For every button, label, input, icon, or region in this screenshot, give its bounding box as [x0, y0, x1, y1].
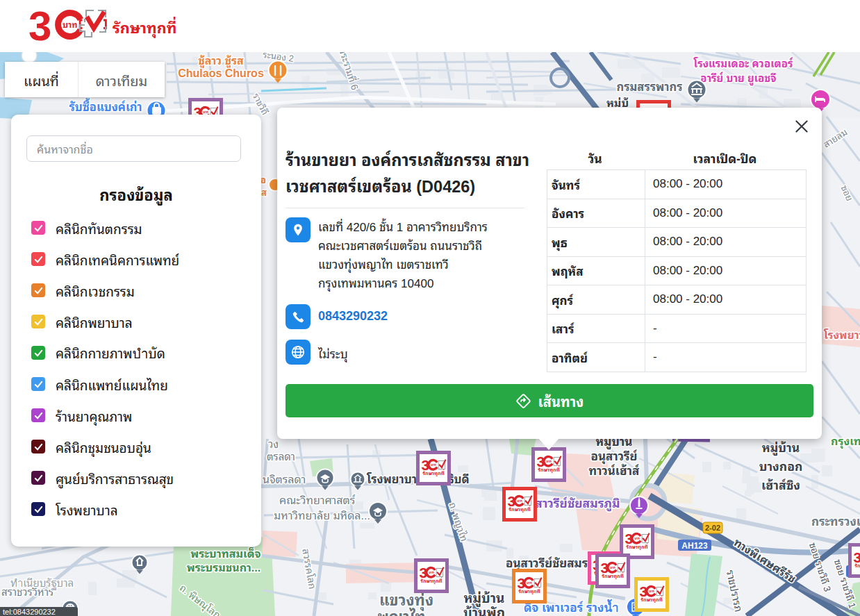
- svg-text:วง: วง: [268, 438, 279, 450]
- svg-text:บาท: บาท: [527, 581, 532, 585]
- svg-text:รักษาทุกที่: รักษาทุกที่: [854, 561, 860, 569]
- svg-text:บาท: บาท: [634, 537, 640, 540]
- svg-text:พระบาทสมเด็จ: พระบาทสมเด็จ: [190, 547, 261, 560]
- svg-text:พระบรมชนกา...: พระบรมชนกา...: [187, 562, 261, 574]
- svg-text:บาท: บาท: [517, 499, 522, 503]
- svg-text:บาท: บาท: [431, 463, 436, 467]
- svg-text:สาวรีย์ชัยสมรภูมิ: สาวรีย์ชัยสมรภูมิ: [535, 497, 620, 512]
- svg-text:ทาวน์เฮ้าส์: ทาวน์เฮ้าส์: [589, 464, 640, 478]
- svg-text:บาท: บาท: [546, 460, 552, 463]
- svg-text:บาท: บาท: [649, 590, 654, 593]
- svg-text:รักษาทุกที่: รักษาทุกที่: [422, 469, 444, 477]
- svg-text:คณะวิทยาศาสตร์: คณะวิทยาศาสตร์: [279, 494, 356, 506]
- svg-text:ตรลดา: ตรลดา: [267, 451, 295, 463]
- svg-text:บาท: บาท: [203, 110, 208, 114]
- svg-text:อนุสาวรีย์: อนุสาวรีย์: [590, 449, 637, 465]
- svg-text:หมู่บ้าน: หมู่บ้าน: [463, 591, 504, 607]
- svg-text:โรงพยาบ: โรงพยาบ: [823, 328, 860, 341]
- svg-text:รักษาทุกที่: รักษาทุกที่: [538, 465, 559, 474]
- svg-text:กระทรวงเ: กระทรวงเ: [811, 515, 860, 528]
- svg-text:2-02: 2-02: [705, 524, 720, 532]
- svg-text:ทำเนียบรัฐบาล: ทำเนียบรัฐบาล: [10, 577, 74, 590]
- svg-text:รักษาทุกที่: รักษาทุกที่: [508, 505, 530, 513]
- svg-text:บางกอก: บางกอก: [759, 460, 803, 474]
- svg-text:บ้านพัก: บ้านพัก: [463, 606, 505, 616]
- svg-text:รักษาทุกที่: รักษาทุกที่: [626, 542, 647, 551]
- svg-text:รักษาทุกที่: รักษาทุกที่: [518, 587, 540, 595]
- svg-text:เฮ้าส์ซิง: เฮ้าส์ซิง: [761, 478, 800, 492]
- svg-text:บาท: บาท: [429, 571, 434, 574]
- svg-text:ส: ส: [261, 188, 267, 198]
- svg-text:บาท: บาท: [63, 20, 78, 30]
- svg-text:3: 3: [28, 6, 51, 49]
- svg-text:อารีย์ บาย ยูเอชจี: อารีย์ บาย ยูเอชจี: [700, 72, 776, 86]
- svg-text:รักษาทุกที่: รักษาทุกที่: [420, 576, 442, 585]
- svg-text:นจิตรลดา: นจิตรลดา: [263, 474, 306, 485]
- svg-text:กรมสรรพากร: กรมสรรพากร: [617, 81, 683, 93]
- svg-text:AH123: AH123: [681, 541, 708, 551]
- svg-text:รักษาทุกที่: รักษาทุกที่: [602, 572, 623, 580]
- svg-text:มหาวิทยาลัย มหิดล...: มหาวิทยาลัย มหิดล...: [274, 510, 370, 522]
- svg-text:หมู่บ้าน: หมู่บ้าน: [762, 441, 800, 456]
- svg-text:พญาไท: พญาไท: [377, 608, 425, 616]
- svg-text:บาท: บาท: [610, 566, 615, 569]
- svg-text:Chulaos Churos: Chulaos Churos: [178, 67, 264, 79]
- svg-text:รักษาทุกที่: รักษาทุกที่: [113, 17, 176, 38]
- svg-text:อ: อ: [261, 175, 266, 185]
- svg-text:รักษาทุกที่: รักษาทุกที่: [640, 595, 662, 603]
- svg-text:โรงแรมเดอะ ควอเตอร์: โรงแรมเดอะ ควอเตอร์: [693, 57, 793, 69]
